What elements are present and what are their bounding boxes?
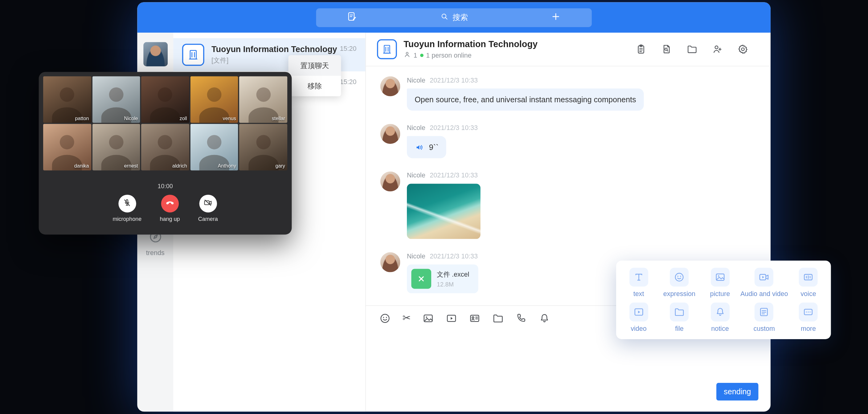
add-button[interactable] — [520, 11, 591, 24]
feature-file[interactable]: file — [659, 300, 700, 335]
feature-custom[interactable]: custom — [740, 300, 788, 335]
sender-avatar[interactable] — [380, 253, 400, 273]
member-count: 1 — [414, 51, 417, 59]
screenshot-scissors-icon[interactable]: ✂ — [403, 313, 411, 323]
participant-name: zoll — [179, 116, 187, 121]
feature-video[interactable]: video — [618, 300, 659, 335]
participant-grid: patton Nicole zoll venus stellar danika … — [43, 76, 287, 170]
compose-note-icon — [346, 11, 358, 24]
video-icon[interactable] — [446, 312, 458, 324]
conversation-context-menu: 置顶聊天 移除 — [288, 56, 341, 96]
expression-icon — [670, 267, 689, 286]
settings-gear-icon[interactable] — [737, 44, 748, 55]
camera-muted-icon — [203, 198, 213, 210]
feature-notice[interactable]: notice — [700, 300, 740, 335]
search-file-icon[interactable] — [661, 44, 672, 55]
call-controls: microphone hang up — [43, 195, 287, 222]
image-icon[interactable] — [422, 312, 434, 324]
message-time: 2021/12/3 10:33 — [430, 76, 478, 84]
menu-item-pin-chat[interactable]: 置顶聊天 — [288, 56, 341, 76]
feature-audio-video[interactable]: Audio and video — [740, 265, 788, 300]
participant-tile: venus — [190, 76, 238, 123]
hangup-label: hang up — [160, 216, 180, 222]
trends-label: trends — [146, 249, 164, 257]
feature-picture[interactable]: picture — [700, 265, 740, 300]
feature-text[interactable]: text — [618, 265, 659, 300]
feature-expression[interactable]: expression — [659, 265, 700, 300]
online-dot — [420, 53, 424, 57]
member-count-icon — [403, 51, 410, 59]
excel-file-icon — [411, 269, 431, 289]
custom-doc-icon — [755, 302, 774, 321]
participant-name: aldrich — [172, 163, 187, 169]
conversation-title: Tuoyun Information Technology — [212, 44, 340, 54]
current-user-avatar[interactable] — [143, 42, 167, 66]
sender-name: Nicole — [407, 253, 425, 260]
message-voice: Nicole 2021/12/3 10:33 9 — [380, 124, 756, 159]
file-folder-icon — [670, 302, 689, 321]
message-input-area[interactable] — [366, 330, 771, 412]
chat-meta: 1 1 person online — [403, 51, 635, 59]
message-text: Nicole 2021/12/3 10:33 Open source, free… — [380, 76, 756, 111]
message-bubble: Open source, free, and universal instant… — [407, 88, 644, 110]
topbar: 搜索 — [137, 2, 771, 33]
hang-up-icon — [165, 197, 175, 210]
file-attachment-card[interactable]: 文件 .excel 12.8M — [407, 264, 478, 293]
mic-mute-button[interactable] — [118, 195, 136, 212]
mic-muted-icon — [122, 198, 132, 210]
sender-avatar[interactable] — [380, 171, 400, 192]
add-member-icon[interactable] — [712, 44, 723, 55]
mic-label: microphone — [113, 216, 142, 222]
camera-mute-button[interactable] — [199, 195, 217, 212]
folder-icon[interactable] — [492, 312, 504, 324]
compose-note-button[interactable] — [316, 11, 388, 24]
participant-name: venus — [223, 116, 236, 121]
participant-name: stellar — [272, 116, 285, 121]
feature-more[interactable]: more — [788, 300, 829, 335]
message-time: 2021/12/3 10:33 — [430, 124, 478, 132]
participant-tile: Nicole — [92, 76, 140, 123]
desktop: 搜索 — [0, 0, 868, 414]
participant-name: Anthony — [218, 163, 236, 169]
video-play-icon — [629, 302, 648, 321]
video-call-window: patton Nicole zoll venus stellar danika … — [39, 72, 292, 234]
phone-call-icon[interactable] — [516, 312, 527, 324]
participant-name: gary — [275, 163, 285, 169]
beach-photo-thumbnail[interactable] — [407, 184, 480, 240]
menu-item-remove[interactable]: 移除 — [288, 76, 341, 96]
group-notice-icon[interactable] — [636, 44, 647, 55]
chat-header-actions — [636, 44, 748, 55]
topbar-toolbar: 搜索 — [316, 8, 591, 27]
notice-bell-icon — [711, 302, 729, 321]
contact-card-icon[interactable] — [469, 312, 480, 324]
hang-up-button[interactable] — [161, 195, 179, 212]
participant-tile: aldrich — [141, 124, 189, 170]
voice-message-bubble[interactable]: 9`` — [407, 136, 446, 158]
feature-panel: text expression picture — [616, 261, 831, 339]
sender-avatar[interactable] — [380, 124, 400, 144]
bell-icon[interactable] — [539, 312, 551, 324]
conversation-time: 15:20 — [340, 78, 356, 86]
search-bar[interactable]: 搜索 — [388, 12, 520, 23]
sender-avatar[interactable] — [380, 76, 400, 96]
text-icon — [629, 267, 648, 286]
emoji-icon[interactable] — [379, 312, 391, 324]
chat-header-info: Tuoyun Information Technology 1 1 person… — [403, 39, 635, 59]
sender-name: Nicole — [407, 171, 425, 179]
chat-header: Tuoyun Information Technology 1 1 person… — [366, 33, 771, 67]
file-name: 文件 .excel — [437, 270, 469, 280]
picture-icon — [711, 267, 729, 286]
group-building-icon — [377, 39, 397, 59]
folder-icon[interactable] — [686, 44, 698, 55]
participant-tile: gary — [240, 124, 287, 170]
conversation-time: 15:20 — [340, 45, 356, 52]
camera-label: Camera — [198, 216, 218, 222]
call-timer: 10:00 — [43, 183, 287, 189]
group-building-icon — [182, 44, 204, 66]
message-time: 2021/12/3 10:33 — [430, 171, 478, 179]
speaker-icon — [414, 142, 424, 152]
feature-voice[interactable]: voice — [788, 265, 829, 300]
microphone-control: microphone — [113, 195, 142, 222]
voice-icon — [799, 267, 818, 286]
send-button[interactable]: sending — [716, 383, 758, 401]
